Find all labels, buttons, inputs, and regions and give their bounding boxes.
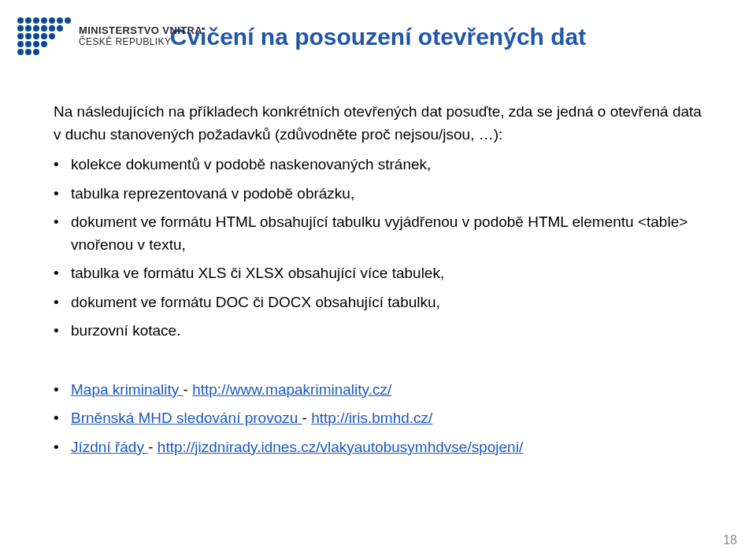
link-line: Mapa kriminality - http://www.mapakrimin… [54,379,702,402]
ministry-logo: MINISTERSTVO VNITRA ČESKÉ REPUBLIKY [17,17,202,55]
slide-content: Na následujících na příkladech konkrétní… [54,101,702,458]
logo-wordmark: MINISTERSTVO VNITRA [79,25,202,37]
lead-paragraph: Na následujících na příkladech konkrétní… [54,101,702,146]
link-url[interactable]: http://jizdnirady.idnes.cz/vlakyautobusy… [158,439,523,455]
logo-dots-icon [17,17,71,55]
link-separator: - [148,439,153,455]
links-block: Mapa kriminality - http://www.mapakrimin… [54,379,702,459]
bullet-list: kolekce dokumentů v podobě naskenovaných… [54,154,702,343]
link-jizdni-rady[interactable]: Jízdní řády [71,439,148,455]
list-item: dokument ve formátu HTML obsahující tabu… [54,211,702,256]
link-brnenska-mhd[interactable]: Brněnská MHD sledování provozu [71,410,302,426]
list-item: burzovní kotace. [54,320,702,343]
link-url[interactable]: http://www.mapakriminality.cz/ [192,381,391,398]
link-url[interactable]: http://iris.bmhd.cz/ [311,410,432,426]
slide: MINISTERSTVO VNITRA ČESKÉ REPUBLIKY Cvič… [0,0,756,560]
list-item: tabulka ve formátu XLS či XLSX obsahujíc… [54,262,702,285]
link-line: Jízdní řády - http://jizdnirady.idnes.cz… [54,436,702,459]
page-number: 18 [723,533,737,547]
link-separator: - [302,410,307,426]
list-item: dokument ve formátu DOC či DOCX obsahují… [54,291,702,314]
link-mapa-kriminality[interactable]: Mapa kriminality [71,381,183,398]
logo-subtitle: ČESKÉ REPUBLIKY [79,37,202,48]
list-item: kolekce dokumentů v podobě naskenovaných… [54,154,702,176]
list-item: tabulka reprezentovaná v podobě obrázku, [54,183,702,206]
link-line: Brněnská MHD sledování provozu - http://… [54,407,702,430]
link-separator: - [183,381,188,398]
logo-text: MINISTERSTVO VNITRA ČESKÉ REPUBLIKY [79,25,202,48]
